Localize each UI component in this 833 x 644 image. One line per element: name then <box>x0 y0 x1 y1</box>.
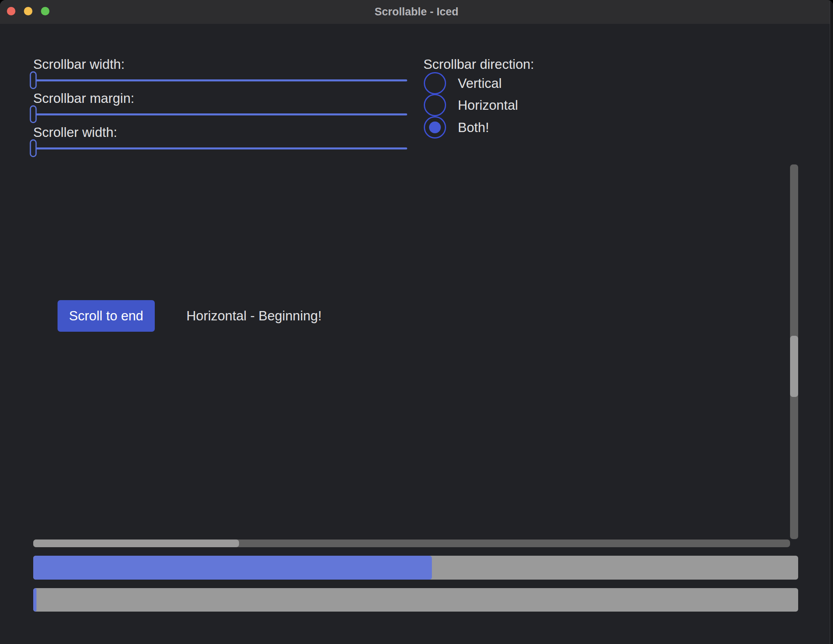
slider-rail[interactable] <box>33 79 407 81</box>
window-title: Scrollable - Iced <box>0 0 833 24</box>
progress-fill <box>33 556 432 580</box>
radio-both-label[interactable]: Both! <box>458 119 489 136</box>
horizontal-scroller[interactable] <box>33 540 239 547</box>
scrollbar-width-label: Scrollbar width: <box>33 56 125 73</box>
scroll-status-text: Horizontal - Beginning! <box>186 300 322 332</box>
vertical-progress-bar <box>33 588 798 612</box>
horizontal-progress-bar <box>33 556 798 580</box>
vertical-scrollbar[interactable] <box>790 164 798 539</box>
radio-circle-icon[interactable] <box>424 72 446 94</box>
slider-handle[interactable] <box>30 71 37 89</box>
vertical-scroller[interactable] <box>790 336 798 397</box>
radio-circle-icon[interactable] <box>424 116 446 139</box>
radio-vertical[interactable]: Vertical <box>424 72 502 94</box>
radio-horizontal[interactable]: Horizontal <box>424 94 518 116</box>
scroll-to-end-button[interactable]: Scroll to end <box>58 300 155 332</box>
titlebar: Scrollable - Iced <box>0 0 833 24</box>
app-window: Scrollable - Iced Scrollbar width: Scrol… <box>0 0 833 644</box>
radio-horizontal-label[interactable]: Horizontal <box>458 97 518 113</box>
progress-fill <box>33 588 36 612</box>
slider-rail[interactable] <box>33 147 407 149</box>
slider-handle[interactable] <box>30 139 37 157</box>
slider-handle[interactable] <box>30 105 37 123</box>
radio-circle-icon[interactable] <box>424 94 446 116</box>
scrollbar-margin-label: Scrollbar margin: <box>33 90 134 107</box>
scrollbar-direction-label: Scrollbar direction: <box>423 56 534 73</box>
radio-both[interactable]: Both! <box>424 116 489 139</box>
slider-rail[interactable] <box>33 113 407 115</box>
radio-dot-icon <box>429 122 441 133</box>
scroller-width-label: Scroller width: <box>33 124 117 141</box>
horizontal-scrollbar[interactable] <box>33 540 790 547</box>
window-right-shadow <box>830 0 833 644</box>
radio-vertical-label[interactable]: Vertical <box>458 75 502 92</box>
